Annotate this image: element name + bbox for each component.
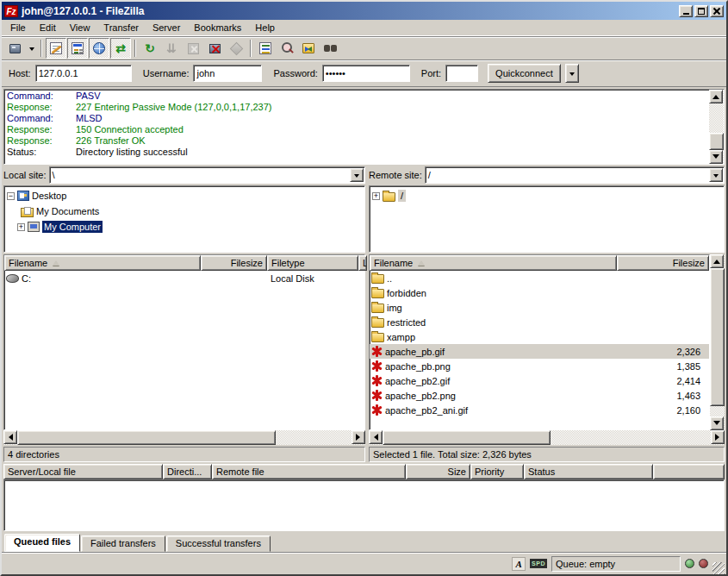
- toggle-local-tree-button[interactable]: [67, 38, 88, 59]
- menu-bookmarks[interactable]: Bookmarks: [187, 21, 248, 34]
- reconnect-button[interactable]: [226, 38, 246, 59]
- scroll-down-button[interactable]: [709, 150, 723, 164]
- local-column-filesize[interactable]: Filesize: [201, 255, 267, 271]
- site-manager-button[interactable]: [4, 38, 25, 59]
- scroll-track[interactable]: [709, 103, 724, 133]
- filter-button[interactable]: [255, 38, 276, 59]
- log-scrollbar[interactable]: [709, 90, 724, 164]
- image-file-icon: [371, 360, 383, 372]
- port-input[interactable]: [445, 65, 478, 82]
- remote-site-combo[interactable]: /: [425, 166, 725, 184]
- quickconnect-button[interactable]: Quickconnect: [488, 64, 561, 83]
- scroll-down-button[interactable]: [710, 416, 724, 430]
- queue-column-direction[interactable]: Directi...: [163, 464, 212, 479]
- menu-file[interactable]: File: [3, 21, 33, 34]
- menu-view[interactable]: View: [63, 21, 97, 34]
- remote-hscrollbar[interactable]: [369, 430, 725, 445]
- filezilla-window: Fz john@127.0.0.1 - FileZilla File Edit …: [0, 0, 728, 576]
- quickconnect-dropdown[interactable]: [565, 64, 579, 83]
- remote-row[interactable]: restricted: [370, 315, 709, 329]
- remote-row[interactable]: img: [370, 300, 709, 315]
- remote-vscrollbar[interactable]: [710, 254, 725, 430]
- minimize-button[interactable]: [679, 5, 693, 17]
- scroll-thumb[interactable]: [709, 133, 724, 150]
- queue-column-remote-file[interactable]: Remote file: [212, 464, 406, 479]
- remote-row[interactable]: apache_pb2_ani.gif2,160: [370, 403, 709, 417]
- scroll-left-button[interactable]: [3, 430, 17, 444]
- host-input[interactable]: [35, 65, 132, 82]
- maximize-button[interactable]: [694, 5, 708, 17]
- resize-grip[interactable]: [712, 562, 725, 574]
- remote-row[interactable]: xampp: [370, 329, 709, 344]
- tree-item-my-documents[interactable]: My Documents: [21, 203, 364, 219]
- scroll-thumb[interactable]: [710, 268, 725, 406]
- scroll-thumb[interactable]: [17, 430, 276, 445]
- menu-help[interactable]: Help: [248, 21, 282, 34]
- tab-queued-files[interactable]: Queued files: [4, 534, 80, 552]
- scroll-left-button[interactable]: [369, 430, 383, 444]
- local-column-filename[interactable]: Filename: [4, 255, 201, 271]
- disconnect-button[interactable]: [204, 38, 225, 59]
- local-site-combo[interactable]: \: [49, 166, 365, 184]
- remote-list-body[interactable]: .. forbidden img restricted xampp apache…: [370, 271, 709, 429]
- close-button[interactable]: [710, 5, 724, 17]
- scroll-right-button[interactable]: [352, 430, 365, 444]
- tab-failed-transfers[interactable]: Failed transfers: [81, 535, 165, 552]
- queue-column-status[interactable]: Status: [524, 464, 653, 479]
- disk-icon: [6, 274, 19, 283]
- queue-body[interactable]: [3, 479, 725, 531]
- toggle-message-log-button[interactable]: [46, 38, 66, 59]
- tree-item-root[interactable]: + /: [372, 188, 724, 203]
- local-hscrollbar[interactable]: [3, 430, 365, 445]
- toggle-transfer-queue-button[interactable]: ⇄: [110, 38, 131, 59]
- tab-successful-transfers[interactable]: Successful transfers: [166, 535, 271, 552]
- scroll-right-button[interactable]: [711, 430, 725, 444]
- tree-item-desktop[interactable]: − Desktop: [7, 188, 364, 203]
- toggle-remote-tree-button[interactable]: [89, 38, 109, 59]
- local-column-filetype[interactable]: Filetype: [267, 255, 358, 271]
- remote-row-selected[interactable]: apache_pb.gif2,326: [370, 344, 709, 359]
- remote-column-filename[interactable]: Filename: [370, 255, 617, 271]
- refresh-button[interactable]: ↻: [140, 38, 160, 59]
- menu-transfer[interactable]: Transfer: [96, 21, 146, 34]
- local-site-dropdown[interactable]: [350, 168, 364, 182]
- cancel-operation-button[interactable]: [183, 38, 203, 59]
- title-bar[interactable]: Fz john@127.0.0.1 - FileZilla: [2, 2, 726, 20]
- username-input[interactable]: [193, 65, 262, 82]
- process-queue-button[interactable]: ⇊: [161, 38, 182, 59]
- remote-column-filesize[interactable]: Filesize: [617, 255, 709, 271]
- remote-row[interactable]: forbidden: [370, 285, 709, 300]
- scroll-up-button[interactable]: [710, 254, 724, 268]
- collapse-icon[interactable]: −: [7, 192, 15, 200]
- tree-item-my-computer[interactable]: + My Computer: [17, 219, 364, 235]
- queue-column-priority[interactable]: Priority: [470, 464, 524, 479]
- remote-row[interactable]: ..: [370, 271, 709, 285]
- image-file-icon: [371, 375, 383, 386]
- remote-site-dropdown[interactable]: [709, 168, 723, 182]
- scroll-track[interactable]: [551, 430, 711, 445]
- remote-tree-icon: [93, 42, 105, 54]
- expand-icon[interactable]: +: [372, 192, 380, 200]
- find-files-button[interactable]: [320, 38, 340, 59]
- password-input[interactable]: [322, 65, 410, 82]
- local-row-c-drive[interactable]: C: Local Disk: [4, 271, 364, 285]
- main-area: Local site: \ − Desktop My Documents +: [2, 166, 726, 462]
- site-manager-dropdown[interactable]: [26, 38, 37, 59]
- toolbar-separator: [40, 40, 42, 57]
- scroll-up-button[interactable]: [709, 90, 723, 103]
- synchronized-browsing-button[interactable]: [298, 38, 319, 59]
- remote-row[interactable]: apache_pb2.png1,463: [370, 388, 709, 403]
- scroll-thumb[interactable]: [383, 430, 551, 445]
- expand-icon[interactable]: +: [17, 223, 25, 231]
- queue-column-server-local-file[interactable]: Server/Local file: [3, 464, 163, 479]
- menu-server[interactable]: Server: [146, 21, 187, 34]
- menu-edit[interactable]: Edit: [33, 21, 63, 34]
- queue-column-size[interactable]: Size: [406, 464, 470, 479]
- remote-row[interactable]: apache_pb.png1,385: [370, 359, 709, 373]
- compare-directories-button[interactable]: [277, 38, 297, 59]
- local-pane: Local site: \ − Desktop My Documents +: [3, 166, 365, 462]
- scroll-track[interactable]: [276, 430, 352, 445]
- scroll-track[interactable]: [710, 406, 725, 416]
- remote-row[interactable]: apache_pb2.gif2,414: [370, 373, 709, 388]
- local-list-body[interactable]: C: Local Disk: [4, 271, 364, 429]
